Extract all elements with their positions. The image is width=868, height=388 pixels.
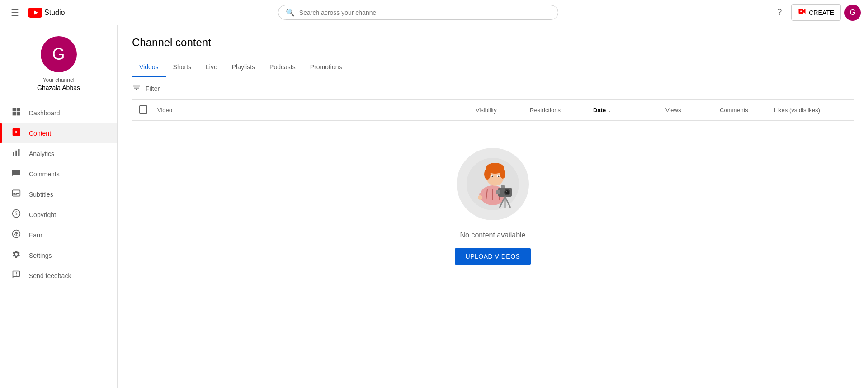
copyright-icon: ©: [11, 209, 22, 220]
main-layout: G Your channel Ghazala Abbas Dashboard C…: [0, 25, 868, 388]
create-label: CREATE: [809, 9, 834, 16]
svg-point-32: [484, 169, 491, 180]
sidebar-item-settings[interactable]: Settings: [0, 245, 117, 265]
svg-point-41: [505, 190, 509, 194]
analytics-icon: [11, 148, 22, 159]
tab-live[interactable]: Live: [198, 58, 225, 77]
tab-videos[interactable]: Videos: [132, 58, 166, 77]
create-icon: [798, 7, 806, 18]
main-content: Channel content Videos Shorts Live Playl…: [118, 25, 868, 388]
svg-rect-15: [13, 193, 15, 194]
create-button[interactable]: CREATE: [791, 4, 841, 21]
empty-state: No content available UPLOAD VIDEOS: [132, 121, 854, 292]
content-label: Content: [29, 130, 51, 137]
svg-marker-3: [803, 9, 806, 14]
feedback-icon: [11, 270, 22, 281]
col-header-views: Views: [665, 107, 720, 114]
subtitles-icon: [11, 189, 22, 200]
content-tabs: Videos Shorts Live Playlists Podcasts Pr…: [132, 58, 854, 77]
svg-rect-6: [17, 108, 20, 112]
svg-point-37: [498, 176, 500, 177]
tab-shorts[interactable]: Shorts: [166, 58, 198, 77]
select-all-checkbox[interactable]: [139, 105, 147, 114]
svg-rect-17: [13, 194, 17, 195]
svg-rect-8: [17, 112, 20, 116]
col-header-likes: Likes (vs dislikes): [774, 107, 846, 114]
svg-point-42: [506, 191, 507, 192]
hamburger-menu-icon[interactable]: ☰: [7, 4, 23, 22]
svg-rect-7: [13, 112, 16, 116]
top-navigation: ☰ Studio 🔍 ? CREA: [0, 0, 868, 25]
col-header-comments: Comments: [720, 107, 774, 114]
svg-point-36: [492, 176, 493, 177]
channel-label: Your channel: [43, 77, 75, 83]
cameraman-illustration: [466, 157, 520, 211]
channel-profile: G Your channel Ghazala Abbas: [0, 25, 117, 99]
svg-rect-43: [501, 185, 505, 188]
upload-videos-button[interactable]: UPLOAD VIDEOS: [455, 248, 531, 265]
table-header: Video Visibility Restrictions Date ↓ Vie…: [132, 100, 854, 121]
subtitles-label: Subtitles: [29, 191, 53, 198]
search-bar: 🔍: [65, 5, 771, 20]
studio-wordmark: Studio: [44, 9, 65, 17]
empty-message: No content available: [460, 231, 526, 239]
svg-rect-16: [16, 193, 19, 194]
svg-point-33: [500, 170, 505, 179]
logo-area: Studio: [28, 8, 65, 18]
sidebar-item-feedback[interactable]: Send feedback: [0, 265, 117, 286]
search-input[interactable]: [299, 9, 551, 16]
col-header-visibility: Visibility: [476, 107, 530, 114]
dashboard-label: Dashboard: [29, 109, 60, 117]
svg-rect-13: [18, 149, 19, 156]
svg-rect-39: [496, 190, 500, 194]
settings-label: Settings: [29, 252, 52, 259]
empty-illustration: [457, 148, 529, 220]
sidebar: G Your channel Ghazala Abbas Dashboard C…: [0, 25, 118, 388]
sidebar-item-analytics[interactable]: Analytics: [0, 143, 117, 164]
channel-name: Ghazala Abbas: [37, 84, 80, 91]
sidebar-item-content[interactable]: Content: [0, 123, 117, 143]
col-header-restrictions: Restrictions: [530, 107, 593, 114]
sort-arrow-icon: ↓: [608, 107, 610, 114]
user-avatar[interactable]: G: [844, 5, 861, 21]
svg-rect-5: [13, 108, 16, 112]
help-icon: ?: [777, 8, 782, 17]
feedback-label: Send feedback: [29, 272, 71, 279]
content-icon: [11, 128, 22, 139]
svg-rect-11: [13, 152, 14, 156]
filter-label[interactable]: Filter: [146, 85, 160, 92]
youtube-logo-icon: [28, 8, 42, 18]
sidebar-item-earn[interactable]: Earn: [0, 225, 117, 245]
settings-icon: [11, 250, 22, 261]
help-button[interactable]: ?: [771, 5, 788, 21]
sidebar-item-comments[interactable]: Comments: [0, 164, 117, 184]
comments-icon: [11, 168, 22, 180]
comments-label: Comments: [29, 170, 60, 178]
filter-bar: Filter: [132, 77, 854, 100]
svg-text:©: ©: [15, 211, 19, 216]
col-header-date[interactable]: Date ↓: [593, 107, 665, 114]
search-icon: 🔍: [286, 8, 295, 17]
filter-icon: [132, 83, 141, 94]
sidebar-item-copyright[interactable]: © Copyright: [0, 204, 117, 225]
earn-label: Earn: [29, 232, 42, 239]
tab-promotions[interactable]: Promotions: [303, 58, 349, 77]
dashboard-icon: [11, 107, 22, 118]
tab-podcasts[interactable]: Podcasts: [262, 58, 303, 77]
svg-rect-12: [15, 151, 17, 156]
copyright-label: Copyright: [29, 211, 56, 218]
sidebar-item-subtitles[interactable]: Subtitles: [0, 184, 117, 204]
sidebar-nav: Dashboard Content Analytics Comments: [0, 99, 117, 388]
sidebar-item-dashboard[interactable]: Dashboard: [0, 103, 117, 123]
svg-point-28: [478, 195, 482, 200]
col-header-video: Video: [157, 107, 476, 114]
analytics-label: Analytics: [29, 150, 54, 157]
tab-playlists[interactable]: Playlists: [225, 58, 262, 77]
earn-icon: [11, 229, 22, 241]
svg-rect-4: [801, 11, 802, 12]
page-title: Channel content: [132, 36, 854, 49]
channel-avatar[interactable]: G: [41, 36, 77, 72]
